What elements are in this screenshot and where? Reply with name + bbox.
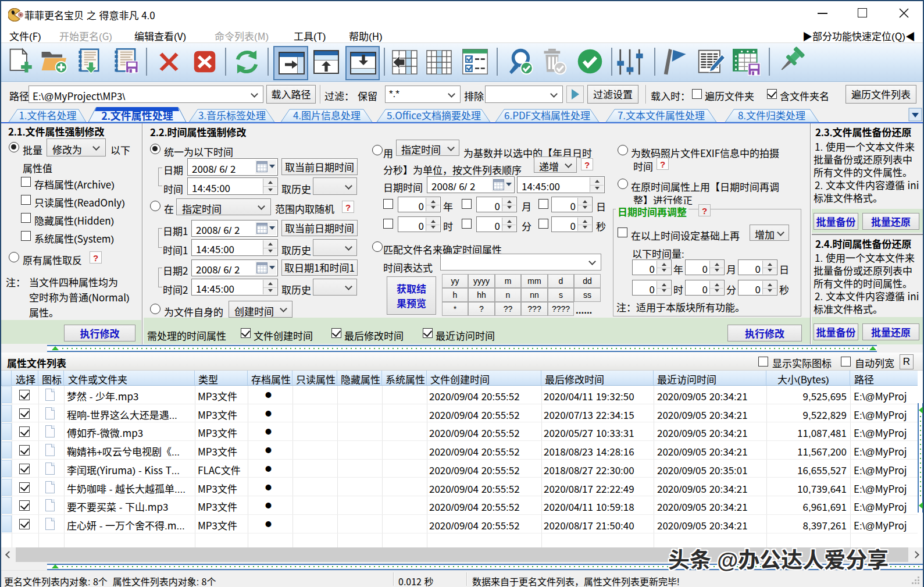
svg-text:8.文件归类处理: 8.文件归类处理 (738, 108, 805, 122)
svg-text:7.文本文件属性处理: 7.文本文件属性处理 (618, 108, 705, 122)
svg-text:2.文件属性处理: 2.文件属性处理 (101, 108, 173, 123)
svg-text:6.PDF文档属性处理: 6.PDF文档属性处理 (504, 108, 590, 122)
svg-text:4.图片信息处理: 4.图片信息处理 (293, 108, 361, 122)
svg-text:3.音乐标签处理: 3.音乐标签处理 (198, 108, 266, 122)
svg-text:5.Office文档摘要处理: 5.Office文档摘要处理 (387, 108, 481, 122)
svg-text:1.文件名处理: 1.文件名处理 (19, 108, 76, 122)
